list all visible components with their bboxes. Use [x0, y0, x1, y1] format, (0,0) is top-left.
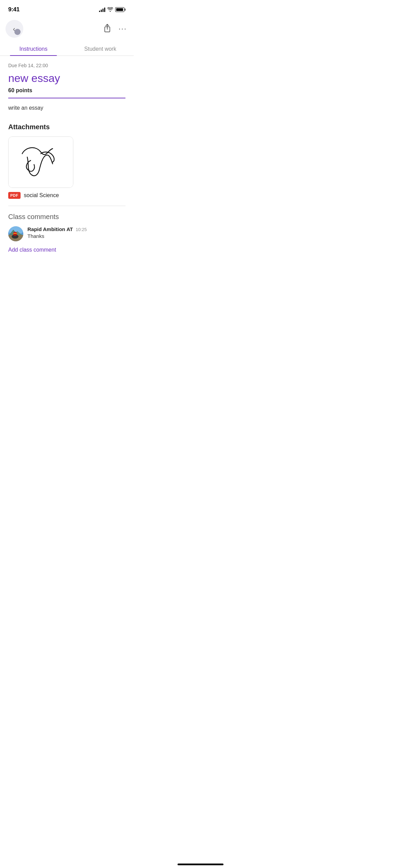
attachments-title: Attachments — [8, 123, 125, 131]
comment-time: 10:25 — [76, 227, 87, 232]
svg-rect-1 — [9, 137, 73, 188]
assignment-points: 60 points — [8, 87, 125, 94]
more-options-button[interactable]: ··· — [119, 24, 127, 33]
main-content: Due Feb 14, 22:00 new essay 60 points wr… — [0, 56, 134, 260]
section-divider — [8, 206, 125, 206]
tab-student-work[interactable]: Student work — [67, 42, 134, 56]
comments-title: Class comments — [8, 213, 125, 221]
comment-text: Thanks — [27, 233, 125, 239]
signal-bars-icon — [99, 7, 105, 12]
status-time: 9:41 — [8, 6, 20, 13]
pdf-filename: social Science — [24, 192, 59, 198]
pdf-badge: PDF — [8, 192, 21, 199]
share-button[interactable] — [103, 24, 112, 34]
comment-header: Rapid Ambition AT 10:25 — [27, 226, 125, 232]
assignment-description: write an essay — [8, 104, 125, 112]
back-dot — [14, 29, 21, 35]
nav-bar: ‹ ··· — [0, 17, 134, 42]
tab-bar: Instructions Student work — [0, 42, 134, 56]
comment-row: Rapid Ambition AT 10:25 Thanks — [8, 226, 125, 241]
status-bar: 9:41 — [0, 0, 134, 17]
wifi-icon — [107, 7, 113, 12]
svg-point-9 — [13, 234, 17, 236]
status-icons — [99, 7, 125, 12]
nav-right-buttons: ··· — [103, 24, 127, 34]
battery-icon — [115, 7, 125, 12]
back-button[interactable]: ‹ — [5, 20, 23, 38]
share-icon — [103, 24, 112, 33]
due-date: Due Feb 14, 22:00 — [8, 63, 125, 68]
attachment-sketch-icon — [9, 137, 73, 188]
purple-divider — [8, 98, 125, 98]
comment-avatar — [8, 226, 23, 241]
comments-section: Class comments — [8, 213, 125, 253]
attachments-section: Attachments PDF social Science — [8, 123, 125, 199]
attachment-image[interactable] — [8, 136, 73, 188]
comment-body: Rapid Ambition AT 10:25 Thanks — [27, 226, 125, 239]
add-comment-button[interactable]: Add class comment — [8, 247, 125, 253]
assignment-title: new essay — [8, 72, 125, 85]
tab-instructions[interactable]: Instructions — [0, 42, 67, 56]
comment-author: Rapid Ambition AT — [27, 226, 73, 232]
pdf-attachment[interactable]: PDF social Science — [8, 192, 125, 199]
